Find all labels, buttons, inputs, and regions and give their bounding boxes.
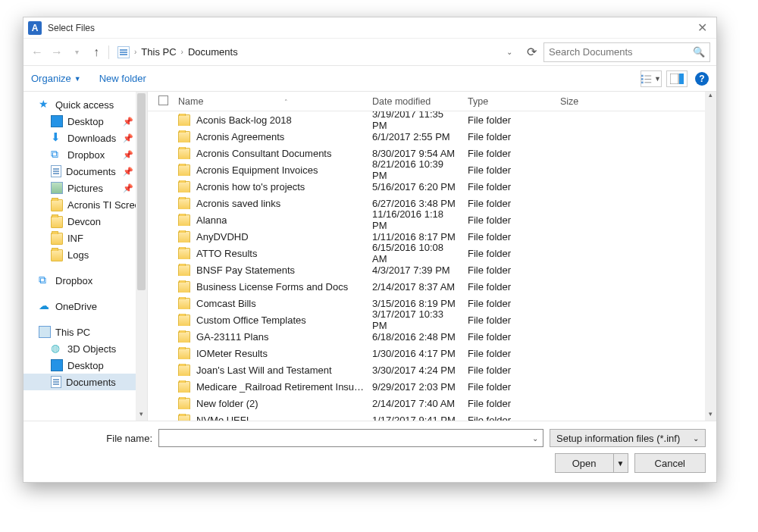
file-name: IOMeter Results: [196, 348, 268, 359]
file-type: File folder: [460, 331, 553, 343]
file-name: Medicare _Railroad Retirement Insura...: [196, 381, 365, 393]
file-row[interactable]: Acronis how to's projects5/16/2017 6:20 …: [148, 178, 705, 195]
file-row[interactable]: ATTO Results6/15/2016 10:08 AMFile folde…: [148, 245, 705, 261]
svg-rect-6: [670, 74, 678, 84]
tree-group-quick-access[interactable]: ★ Quick access: [23, 96, 147, 113]
file-row[interactable]: New folder (2)2/14/2017 7:40 AMFile fold…: [148, 395, 705, 412]
tree-group-onedrive[interactable]: ☁ OneDrive: [23, 298, 147, 315]
file-row[interactable]: Business License Forms and Docs2/14/2017…: [148, 278, 705, 295]
folder-icon: [178, 315, 190, 326]
search-icon[interactable]: 🔍: [693, 46, 705, 58]
cloud-icon: ☁: [39, 300, 51, 312]
help-button[interactable]: ?: [695, 72, 709, 86]
column-type[interactable]: Type: [460, 96, 553, 107]
chevron-down-icon: ▼: [74, 75, 81, 83]
up-button[interactable]: ↑: [89, 45, 104, 60]
svg-rect-3: [644, 75, 651, 76]
tree-item[interactable]: Desktop📌: [23, 113, 147, 130]
column-name[interactable]: Name ˄: [171, 96, 365, 107]
chevron-right-icon[interactable]: ›: [131, 48, 139, 56]
tree-item[interactable]: Acronis TI Screen: [23, 196, 147, 213]
scroll-down-icon[interactable]: ▾: [136, 410, 147, 421]
tree-item[interactable]: Documents: [23, 374, 147, 390]
close-button[interactable]: ✕: [693, 20, 712, 35]
folder-icon: [178, 198, 190, 209]
open-button[interactable]: Open ▼: [555, 453, 628, 473]
file-date: 4/3/2017 7:39 PM: [365, 264, 460, 276]
svg-rect-5: [644, 82, 651, 83]
tree-group-dropbox[interactable]: ⧉ Dropbox: [23, 272, 147, 289]
folder-icon: [178, 181, 190, 192]
tree-item[interactable]: INF: [23, 230, 147, 246]
file-date: 3/17/2017 10:33 PM: [365, 308, 460, 331]
scroll-up-icon[interactable]: ▴: [705, 92, 716, 102]
star-icon: ★: [39, 99, 51, 111]
file-row[interactable]: Acronis Agreements6/1/2017 2:55 PMFile f…: [148, 128, 705, 145]
dropbox-icon: ⧉: [51, 149, 63, 161]
folder-icon: [178, 214, 190, 226]
preview-pane-button[interactable]: [666, 70, 688, 87]
folder-icon: [178, 331, 190, 343]
breadcrumb[interactable]: Documents: [186, 45, 240, 59]
organize-menu[interactable]: Organize▼: [31, 73, 81, 84]
file-row[interactable]: Medicare _Railroad Retirement Insura...9…: [148, 378, 705, 395]
tree-item[interactable]: ⧉Dropbox📌: [23, 146, 147, 163]
tree-item[interactable]: ⬇Downloads📌: [23, 130, 147, 146]
location-icon: [117, 46, 130, 58]
refresh-button[interactable]: ⟳: [524, 45, 539, 59]
file-date: 3/30/2017 4:24 PM: [365, 365, 460, 376]
column-checkbox[interactable]: [148, 95, 171, 108]
file-row[interactable]: Acronis Equipment Invoices8/21/2016 10:3…: [148, 161, 705, 178]
tree-item[interactable]: Devcon: [23, 213, 147, 230]
file-row[interactable]: Joan's Last Will and Testament3/30/2017 …: [148, 361, 705, 378]
file-row[interactable]: NVMe UEFI1/17/2017 9:41 PMFile folder: [148, 412, 705, 421]
new-folder-button[interactable]: New folder: [99, 73, 146, 84]
tree-item[interactable]: Pictures📌: [23, 180, 147, 196]
file-row[interactable]: BNSF Pay Statements4/3/2017 7:39 PMFile …: [148, 261, 705, 278]
file-type-filter[interactable]: Setup information files (*.inf) ⌄: [550, 429, 706, 447]
dialog-window: A Select Files ✕ ← → ▾ ↑ › This PC › Doc…: [23, 17, 717, 483]
address-dropdown[interactable]: ⌄: [503, 48, 515, 56]
chevron-down-icon[interactable]: ⌄: [532, 434, 538, 443]
search-input[interactable]: [549, 46, 693, 58]
scroll-down-icon[interactable]: ▾: [705, 410, 716, 421]
file-row[interactable]: GA-23111 Plans6/18/2016 2:48 PMFile fold…: [148, 328, 705, 345]
file-type: File folder: [460, 231, 553, 243]
tree-item[interactable]: Documents📌: [23, 163, 147, 180]
tree-item[interactable]: Logs: [23, 246, 147, 263]
folder-icon: [178, 348, 190, 359]
file-scrollbar[interactable]: ▴ ▾: [705, 92, 716, 421]
column-date[interactable]: Date modified: [365, 96, 460, 107]
recent-dropdown[interactable]: ▾: [69, 45, 84, 60]
folder-icon: [178, 398, 190, 409]
tree-item[interactable]: Desktop: [23, 357, 147, 374]
file-row[interactable]: IOMeter Results1/30/2016 4:17 PMFile fol…: [148, 345, 705, 361]
file-name: Comcast Bills: [196, 298, 256, 309]
file-name: Acronis Equipment Invoices: [196, 164, 318, 176]
tree-group-this-pc[interactable]: This PC: [23, 324, 147, 340]
sidebar-scrollbar[interactable]: ▴ ▾: [136, 92, 147, 421]
address-bar[interactable]: › This PC › Documents ⌄: [114, 42, 519, 62]
forward-button[interactable]: →: [49, 45, 64, 60]
file-rows: Aconis Back-log 20183/19/2017 11:35 PMFi…: [148, 111, 705, 421]
cancel-button[interactable]: Cancel: [634, 453, 706, 473]
file-name-input[interactable]: ⌄: [158, 429, 543, 447]
pc-icon: [39, 326, 51, 338]
open-dropdown[interactable]: ▼: [614, 459, 628, 468]
folder-icon: [51, 216, 63, 228]
breadcrumb[interactable]: This PC: [139, 45, 177, 59]
chevron-down-icon: ⌄: [693, 434, 699, 443]
tree-item[interactable]: ◍3D Objects: [23, 340, 147, 357]
folder-icon: [178, 148, 190, 159]
file-row[interactable]: Alanna11/16/2016 1:18 PMFile folder: [148, 211, 705, 228]
search-box[interactable]: 🔍: [543, 42, 710, 62]
scrollbar-thumb[interactable]: [137, 93, 146, 290]
file-row[interactable]: Custom Office Templates3/17/2017 10:33 P…: [148, 311, 705, 328]
view-mode-button[interactable]: ▼: [641, 70, 662, 87]
file-row[interactable]: Aconis Back-log 20183/19/2017 11:35 PMFi…: [148, 111, 705, 128]
column-size[interactable]: Size: [553, 96, 613, 107]
back-button[interactable]: ←: [30, 45, 45, 60]
file-date: 6/18/2016 2:48 PM: [365, 331, 460, 343]
chevron-right-icon[interactable]: ›: [178, 48, 186, 56]
file-type: File folder: [460, 198, 553, 209]
